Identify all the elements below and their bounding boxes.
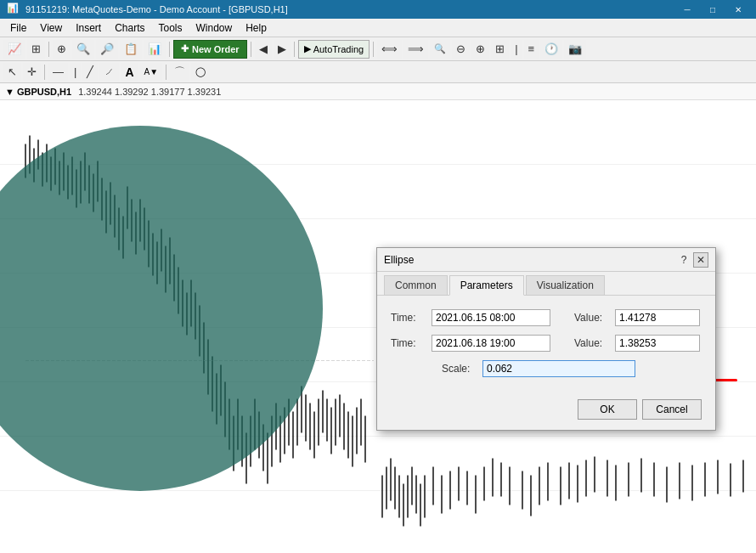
cancel-button[interactable]: Cancel xyxy=(642,399,702,420)
title-bar: 📊 91151219: MetaQuotes-Demo - Demo Accou… xyxy=(0,0,756,19)
label-button[interactable]: A▼ xyxy=(140,63,163,82)
text-button[interactable]: A xyxy=(121,63,138,82)
timeframe-button[interactable]: ⊞ xyxy=(27,40,45,59)
title-text: 91151219: MetaQuotes-Demo - Demo Account… xyxy=(25,4,676,14)
close-window-button[interactable]: ✕ xyxy=(727,3,749,16)
draw-sep-2 xyxy=(166,65,166,80)
app-icon: 📊 xyxy=(7,3,20,16)
autotrading-button[interactable]: ▶ AutoTrading xyxy=(298,40,370,59)
menu-window[interactable]: Window xyxy=(189,20,240,36)
scale-label: Scale: xyxy=(442,363,476,375)
scale-input[interactable] xyxy=(482,360,635,377)
window-controls: ─ □ ✕ xyxy=(676,3,749,16)
properties-button[interactable]: 📋 xyxy=(120,40,142,59)
menu-insert[interactable]: Insert xyxy=(69,20,108,36)
dialog-row-1: Time: Value: xyxy=(391,309,702,326)
time-input-1[interactable] xyxy=(432,309,550,326)
time-label-2: Time: xyxy=(391,337,425,349)
crosshair2-button[interactable]: ✛ xyxy=(23,63,41,82)
trendline-button[interactable]: ╱ xyxy=(82,63,98,82)
fib-button[interactable]: ⌒ xyxy=(170,63,189,82)
hline-button[interactable]: — xyxy=(48,63,68,82)
period-sep-button[interactable]: | xyxy=(511,40,522,59)
separator-3 xyxy=(251,42,251,57)
draw-sep-1 xyxy=(44,65,45,80)
menu-bar: File View Insert Charts Tools Window Hel… xyxy=(0,19,756,37)
main-toolbar: 📈 ⊞ ⊕ 🔍 🔎 📋 📊 ✚ New Order ◀ ▶ ▶ AutoTrad… xyxy=(0,37,756,61)
drawing-toolbar: ↖ ✛ — | ╱ ⟋ A A▼ ⌒ ◯ xyxy=(0,61,756,83)
dialog-body: Time: Value: Time: Value: Scale: xyxy=(377,296,715,392)
grid-button[interactable]: ⊞ xyxy=(491,40,509,59)
menu-view[interactable]: View xyxy=(33,20,69,36)
menu-file[interactable]: File xyxy=(3,20,33,36)
dialog-row-scale: Scale: xyxy=(391,360,702,377)
zoom-in-button[interactable]: 🔍 xyxy=(72,40,94,59)
new-order-label: New Order xyxy=(192,44,240,54)
forward-button[interactable]: ▶ xyxy=(274,40,291,59)
value-label-2: Value: xyxy=(574,337,608,349)
dialog-title-text: Ellipse xyxy=(384,254,676,266)
menu-tools[interactable]: Tools xyxy=(152,20,189,36)
zoom-out-button[interactable]: 🔎 xyxy=(96,40,118,59)
autotrading-label: AutoTrading xyxy=(313,44,364,54)
channel-button[interactable]: ⟋ xyxy=(99,63,119,82)
chart-prices: 1.39244 1.39292 1.39177 1.39231 xyxy=(78,87,221,97)
cursor-button[interactable]: ↖ xyxy=(3,63,21,82)
indicator-button[interactable]: 📊 xyxy=(144,40,166,59)
new-order-button[interactable]: ✚ New Order xyxy=(173,40,247,59)
separator-1 xyxy=(48,42,49,57)
tab-common[interactable]: Common xyxy=(384,275,448,295)
new-order-icon: ✚ xyxy=(181,43,189,54)
chart-symbol: ▼ GBPUSD,H1 xyxy=(5,87,71,97)
zoom-minus-button[interactable]: ⊖ xyxy=(452,40,470,59)
chart-main-area: Ellipse ? ✕ Common Parameters Visualizat… xyxy=(0,100,756,553)
tab-parameters[interactable]: Parameters xyxy=(449,275,524,296)
magnify-button[interactable]: 🔍 xyxy=(430,40,450,59)
ellipse-tool-button[interactable]: ◯ xyxy=(191,63,210,82)
ellipse-dialog: Ellipse ? ✕ Common Parameters Visualizat… xyxy=(376,247,716,431)
screenshot-button[interactable]: 📷 xyxy=(564,40,586,59)
zoom-plus-button[interactable]: ⊕ xyxy=(471,40,489,59)
dialog-title-bar[interactable]: Ellipse ? ✕ xyxy=(377,248,715,272)
maximize-button[interactable]: □ xyxy=(702,3,724,16)
ok-button[interactable]: OK xyxy=(578,399,637,420)
dialog-close-button[interactable]: ✕ xyxy=(693,252,708,268)
menu-help[interactable]: Help xyxy=(239,20,274,36)
dialog-footer: OK Cancel xyxy=(377,392,715,430)
value-input-1[interactable] xyxy=(615,309,700,326)
dialog-row-2: Time: Value: xyxy=(391,335,702,352)
value-label-1: Value: xyxy=(574,312,608,324)
chart-info-bar: ▼ GBPUSD,H1 1.39244 1.39292 1.39177 1.39… xyxy=(0,83,756,100)
crosshair-button[interactable]: ⊕ xyxy=(53,40,71,59)
chart-shift-button[interactable]: ⟺ xyxy=(377,40,402,59)
separator-4 xyxy=(294,42,295,57)
ohlc-button[interactable]: ≡ xyxy=(524,40,539,59)
value-input-2[interactable] xyxy=(615,335,700,352)
autoscroll-button[interactable]: ⟹ xyxy=(403,40,428,59)
new-chart-button[interactable]: 📈 xyxy=(3,40,25,59)
time-input-2[interactable] xyxy=(432,335,550,352)
separator-5 xyxy=(373,42,374,57)
autotrading-icon: ▶ xyxy=(304,43,311,54)
dialog-help-button[interactable]: ? xyxy=(676,252,691,268)
tab-visualization[interactable]: Visualization xyxy=(526,275,605,295)
minimize-button[interactable]: ─ xyxy=(676,3,698,16)
clock-button[interactable]: 🕐 xyxy=(540,40,562,59)
menu-charts[interactable]: Charts xyxy=(108,20,151,36)
vline-button[interactable]: | xyxy=(70,63,81,82)
history-button[interactable]: ◀ xyxy=(255,40,272,59)
separator-2 xyxy=(169,42,170,57)
dialog-tabs: Common Parameters Visualization xyxy=(377,272,715,296)
time-label-1: Time: xyxy=(391,312,425,324)
